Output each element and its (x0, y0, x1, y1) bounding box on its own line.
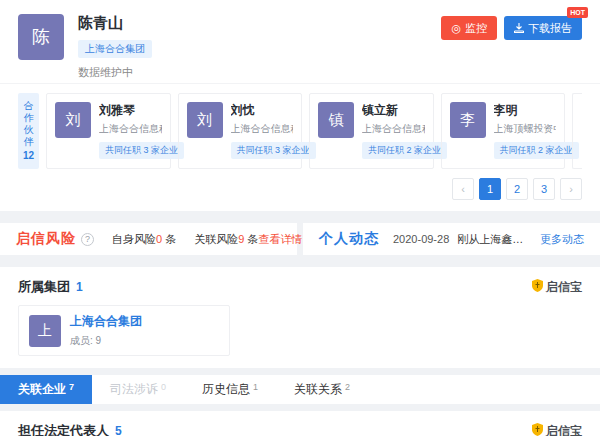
partner-joint-tag[interactable]: 共同任职 3 家企业 (99, 142, 184, 159)
brand-watermark: 启信宝 (532, 279, 582, 296)
profile-info: 陈青山 上海合合集团 数据维护中 (78, 14, 152, 83)
partner-avatar: 镇 (318, 102, 354, 138)
partner-joint-tag[interactable]: 共同任职 2 家企业 (494, 142, 579, 159)
legal-rep-count: 5 (115, 424, 122, 436)
download-report-button[interactable]: 下载报告 HOT (504, 16, 582, 40)
page-title: 陈青山 (78, 14, 152, 33)
tab-related-companies[interactable]: 关联企业 7 (0, 375, 92, 404)
monitor-button[interactable]: ◎ 监控 (441, 16, 497, 40)
partner-avatar-char: 镇 (329, 111, 344, 130)
partner-body: 镇立新 上海合合信息科技股份有限... 共同任职 2 家企业 (362, 102, 425, 160)
group-avatar: 上 (29, 315, 61, 347)
partner-name[interactable]: 李明 (494, 102, 557, 119)
more-activity-link[interactable]: 更多动态 (530, 232, 584, 247)
partner-company[interactable]: 上海合合信息科技股份有限... (99, 122, 162, 136)
hot-badge: HOT (567, 7, 588, 18)
monitor-icon: ◎ (451, 23, 461, 34)
activity-text[interactable]: 刚从上海鑫信企业管理合伙企业（有... (457, 232, 530, 247)
partner-card[interactable]: 刘 刘忱 上海合合信息科技股份有限... 共同任职 3 家企业 (178, 93, 303, 169)
status-text: 数据维护中 (78, 65, 152, 80)
tab-count: 7 (69, 382, 74, 392)
partner-name[interactable]: 镇立新 (362, 102, 425, 119)
partner-company[interactable]: 上海合合信息科技股份有限... (231, 122, 294, 136)
partner-avatar-char: 刘 (197, 111, 212, 130)
tab-label: 司法涉诉 (110, 381, 158, 398)
partners-side-count: 12 (18, 150, 39, 162)
risk-card: 启信风险 ? 自身风险0 条 关联风险9 条 查看详情 (0, 223, 297, 255)
tab-label: 历史信息 (202, 381, 250, 398)
partner-name[interactable]: 刘雅琴 (99, 102, 162, 119)
tab-judicial-litigation[interactable]: 司法涉诉 0 (92, 375, 184, 404)
legal-rep-section: 担任法定代表人 5 启信宝 序号 企业名称 持股比例 注册资本 地区 行业 经营… (0, 411, 600, 436)
partner-avatar-char: 刘 (66, 111, 81, 130)
partner-card-partial (572, 93, 582, 169)
avatar-char: 陈 (32, 25, 50, 49)
partners-pagination: ‹ 1 2 3 › (0, 169, 600, 211)
shield-icon (532, 279, 543, 295)
partners-side-tab[interactable]: 合作伙伴 12 (18, 93, 39, 169)
partner-joint-tag[interactable]: 共同任职 3 家企业 (231, 142, 316, 159)
tab-count: 1 (253, 382, 258, 392)
tab-count: 0 (161, 382, 166, 392)
profile-header: 陈 陈青山 上海合合集团 数据维护中 ◎ 监控 下载报告 HOT (0, 0, 600, 84)
risk-logo: 启信风险 (16, 230, 76, 248)
view-details-link[interactable]: 查看详情 (258, 232, 302, 247)
download-button-label: 下载报告 (528, 21, 572, 36)
related-risk-unit: 条 (244, 233, 258, 245)
partner-body: 刘雅琴 上海合合信息科技股份有限... 共同任职 3 家企业 (99, 102, 162, 160)
related-risk: 关联风险9 条 (194, 232, 258, 247)
group-card-body: 上海合合集团 成员: 9 (70, 313, 142, 348)
monitor-button-label: 监控 (465, 21, 487, 36)
pagination-page-3[interactable]: 3 (533, 178, 555, 200)
pagination-page-2[interactable]: 2 (506, 178, 528, 200)
tab-history-info[interactable]: 历史信息 1 (184, 375, 276, 404)
activity-card: 个人动态 2020-09-28 刚从上海鑫信企业管理合伙企业（有... 更多动态 (303, 223, 600, 255)
profile-section: 陈 陈青山 上海合合集团 数据维护中 ◎ 监控 下载报告 HOT 合作伙伴 12 (0, 0, 600, 211)
group-tag[interactable]: 上海合合集团 (78, 40, 152, 58)
tab-label: 关联企业 (18, 381, 66, 398)
group-section-title: 所属集团 (18, 278, 70, 296)
partner-name[interactable]: 刘忱 (231, 102, 294, 119)
legal-title-row: 担任法定代表人 5 启信宝 (18, 422, 582, 436)
partner-card[interactable]: 刘 刘雅琴 上海合合信息科技股份有限... 共同任职 3 家企业 (46, 93, 171, 169)
legal-rep-title: 担任法定代表人 (18, 422, 109, 436)
partner-company[interactable]: 上海顶螺投资中心（有限合... (494, 122, 557, 136)
group-section-count: 1 (76, 280, 83, 294)
activity-logo: 个人动态 (319, 230, 379, 248)
partners-strip: 合作伙伴 12 刘 刘雅琴 上海合合信息科技股份有限... 共同任职 3 家企业… (0, 84, 600, 169)
download-icon (514, 23, 524, 33)
group-members: 成员: 9 (70, 334, 142, 348)
help-icon[interactable]: ? (81, 233, 94, 246)
shield-icon (532, 423, 543, 436)
self-risk-unit: 条 (162, 233, 176, 245)
group-avatar-char: 上 (38, 322, 52, 340)
partner-company[interactable]: 上海合合信息科技股份有限... (362, 122, 425, 136)
partner-body: 刘忱 上海合合信息科技股份有限... 共同任职 3 家企业 (231, 102, 294, 160)
partner-card[interactable]: 李 李明 上海顶螺投资中心（有限合... 共同任职 2 家企业 (441, 93, 566, 169)
group-card[interactable]: 上 上海合合集团 成员: 9 (18, 305, 230, 356)
self-risk: 自身风险0 条 (112, 232, 176, 247)
partner-joint-tag[interactable]: 共同任职 2 家企业 (362, 142, 447, 159)
tab-related-relations[interactable]: 关联关系 2 (276, 375, 368, 404)
tab-label: 关联关系 (294, 381, 342, 398)
pagination-prev-icon[interactable]: ‹ (452, 178, 474, 200)
brand-watermark: 启信宝 (532, 423, 582, 436)
group-name-link[interactable]: 上海合合集团 (70, 314, 142, 328)
partner-avatar: 刘 (187, 102, 223, 138)
partner-body: 李明 上海顶螺投资中心（有限合... 共同任职 2 家企业 (494, 102, 557, 160)
activity-date: 2020-09-28 (393, 233, 449, 245)
partner-card[interactable]: 镇 镇立新 上海合合信息科技股份有限... 共同任职 2 家企业 (309, 93, 434, 169)
group-members-count: 9 (96, 335, 102, 346)
partner-avatar: 刘 (55, 102, 91, 138)
brand-name: 启信宝 (546, 423, 582, 436)
pagination-next-icon[interactable]: › (560, 178, 582, 200)
partner-avatar: 李 (450, 102, 486, 138)
tab-count: 2 (345, 382, 350, 392)
tab-bar: 关联企业 7 司法涉诉 0 历史信息 1 关联关系 2 (0, 375, 600, 404)
pagination-page-1[interactable]: 1 (479, 178, 501, 200)
group-section: 所属集团 1 启信宝 上 上海合合集团 成员: 9 (0, 267, 600, 368)
self-risk-label: 自身风险 (112, 233, 156, 245)
partner-avatar-char: 李 (460, 111, 475, 130)
partners-side-label: 合作伙伴 (23, 100, 35, 148)
group-members-label: 成员: (70, 335, 93, 346)
